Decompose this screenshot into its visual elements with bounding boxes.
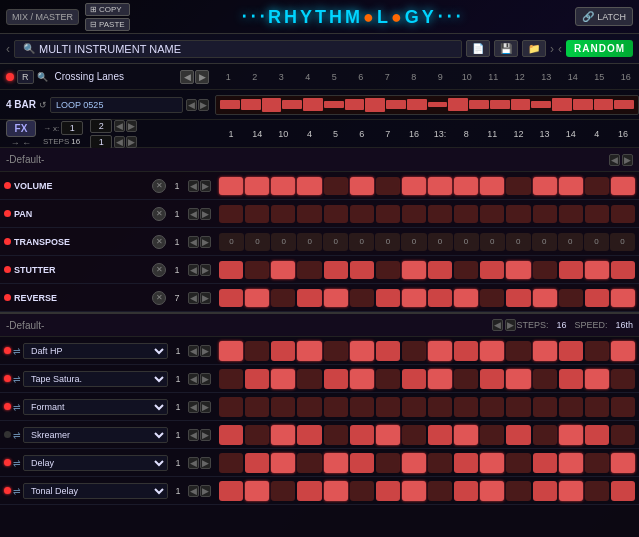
td-pad-3[interactable] xyxy=(271,481,295,501)
tp-pad-3[interactable]: 0 xyxy=(271,233,296,251)
fm-pad-10[interactable] xyxy=(454,397,478,417)
td-pad-11[interactable] xyxy=(480,481,504,501)
vol-pad-7[interactable] xyxy=(376,177,400,195)
fm-pad-3[interactable] xyxy=(271,397,295,417)
vol-pad-9[interactable] xyxy=(428,177,452,195)
dhp-pad-5[interactable] xyxy=(324,341,348,361)
st-pad-12[interactable] xyxy=(506,261,530,279)
dl-pad-14[interactable] xyxy=(559,453,583,473)
st-pad-16[interactable] xyxy=(611,261,635,279)
st-pad-7[interactable] xyxy=(376,261,400,279)
tp2-pad-9[interactable] xyxy=(428,369,452,389)
instrument-file-button[interactable]: 📄 xyxy=(466,40,490,57)
dhp-pad-2[interactable] xyxy=(245,341,269,361)
tape-select[interactable]: Tape Satura. xyxy=(23,371,168,387)
tp-pad-9[interactable]: 0 xyxy=(428,233,453,251)
tp2-pad-1[interactable] xyxy=(219,369,243,389)
tp-pad-10[interactable]: 0 xyxy=(454,233,479,251)
section-2-next[interactable]: ▶ xyxy=(505,319,516,331)
tp-pad-7[interactable]: 0 xyxy=(375,233,400,251)
loop-prev[interactable]: ◀ xyxy=(186,99,197,111)
fx-1-input[interactable] xyxy=(90,135,112,149)
td-pad-9[interactable] xyxy=(428,481,452,501)
pan-pad-16[interactable] xyxy=(611,205,635,223)
td-pad-1[interactable] xyxy=(219,481,243,501)
pan-pad-15[interactable] xyxy=(585,205,609,223)
dl-pad-11[interactable] xyxy=(480,453,504,473)
reverse-x-button[interactable]: ✕ xyxy=(152,291,166,305)
vol-pad-6[interactable] xyxy=(350,177,374,195)
formant-select[interactable]: Formant xyxy=(23,399,168,415)
copy-button[interactable]: ⊞ COPY xyxy=(85,3,130,16)
mix-master-button[interactable]: MIX / MASTER xyxy=(6,9,79,25)
vol-pad-8[interactable] xyxy=(402,177,426,195)
td-pad-16[interactable] xyxy=(611,481,635,501)
pan-pad-9[interactable] xyxy=(428,205,452,223)
transpose-next[interactable]: ▶ xyxy=(200,236,211,248)
tp2-pad-11[interactable] xyxy=(480,369,504,389)
stutter-next[interactable]: ▶ xyxy=(200,264,211,276)
dl-pad-8[interactable] xyxy=(402,453,426,473)
tp2-pad-16[interactable] xyxy=(611,369,635,389)
pan-pad-4[interactable] xyxy=(297,205,321,223)
dl-pad-15[interactable] xyxy=(585,453,609,473)
fm-pad-7[interactable] xyxy=(376,397,400,417)
paste-button[interactable]: ⊟ PASTE xyxy=(85,18,130,31)
vol-pad-4[interactable] xyxy=(297,177,321,195)
dhp-pad-8[interactable] xyxy=(402,341,426,361)
sk-pad-5[interactable] xyxy=(324,425,348,445)
vol-pad-13[interactable] xyxy=(533,177,557,195)
dhp-pad-12[interactable] xyxy=(506,341,530,361)
td-pad-5[interactable] xyxy=(324,481,348,501)
td-pad-10[interactable] xyxy=(454,481,478,501)
fx-prev-1[interactable]: ◀ xyxy=(114,120,125,132)
dhp-pad-11[interactable] xyxy=(480,341,504,361)
pan-pad-3[interactable] xyxy=(271,205,295,223)
rv-pad-12[interactable] xyxy=(506,289,530,307)
vol-pad-1[interactable] xyxy=(219,177,243,195)
sk-pad-2[interactable] xyxy=(245,425,269,445)
rv-pad-11[interactable] xyxy=(480,289,504,307)
st-pad-11[interactable] xyxy=(480,261,504,279)
rv-pad-13[interactable] xyxy=(533,289,557,307)
r-button[interactable]: R xyxy=(17,70,34,84)
sk-pad-1[interactable] xyxy=(219,425,243,445)
dhp-pad-14[interactable] xyxy=(559,341,583,361)
dhp-pad-3[interactable] xyxy=(271,341,295,361)
section-2-prev[interactable]: ◀ xyxy=(492,319,503,331)
fm-pad-9[interactable] xyxy=(428,397,452,417)
dl-pad-7[interactable] xyxy=(376,453,400,473)
sk-pad-14[interactable] xyxy=(559,425,583,445)
fx-x-input[interactable] xyxy=(61,121,83,135)
st-pad-15[interactable] xyxy=(585,261,609,279)
stutter-x-button[interactable]: ✕ xyxy=(152,263,166,277)
st-pad-9[interactable] xyxy=(428,261,452,279)
dl-pad-3[interactable] xyxy=(271,453,295,473)
volume-prev[interactable]: ◀ xyxy=(188,180,199,192)
dl-pad-12[interactable] xyxy=(506,453,530,473)
rv-pad-1[interactable] xyxy=(219,289,243,307)
fm-pad-6[interactable] xyxy=(350,397,374,417)
rv-pad-14[interactable] xyxy=(559,289,583,307)
rv-pad-3[interactable] xyxy=(271,289,295,307)
st-pad-4[interactable] xyxy=(297,261,321,279)
transpose-prev[interactable]: ◀ xyxy=(188,236,199,248)
rv-pad-2[interactable] xyxy=(245,289,269,307)
formant-next[interactable]: ▶ xyxy=(200,401,211,413)
vol-pad-3[interactable] xyxy=(271,177,295,195)
dl-pad-1[interactable] xyxy=(219,453,243,473)
dl-pad-2[interactable] xyxy=(245,453,269,473)
fm-pad-14[interactable] xyxy=(559,397,583,417)
fm-pad-2[interactable] xyxy=(245,397,269,417)
tonaldelay-prev[interactable]: ◀ xyxy=(188,485,199,497)
vol-pad-10[interactable] xyxy=(454,177,478,195)
sk-pad-11[interactable] xyxy=(480,425,504,445)
vol-pad-2[interactable] xyxy=(245,177,269,195)
dhp-pad-10[interactable] xyxy=(454,341,478,361)
st-pad-8[interactable] xyxy=(402,261,426,279)
dl-pad-10[interactable] xyxy=(454,453,478,473)
sk-pad-12[interactable] xyxy=(506,425,530,445)
dafthp-prev[interactable]: ◀ xyxy=(188,345,199,357)
delay-prev[interactable]: ◀ xyxy=(188,457,199,469)
fx-next-2[interactable]: ▶ xyxy=(126,136,137,148)
